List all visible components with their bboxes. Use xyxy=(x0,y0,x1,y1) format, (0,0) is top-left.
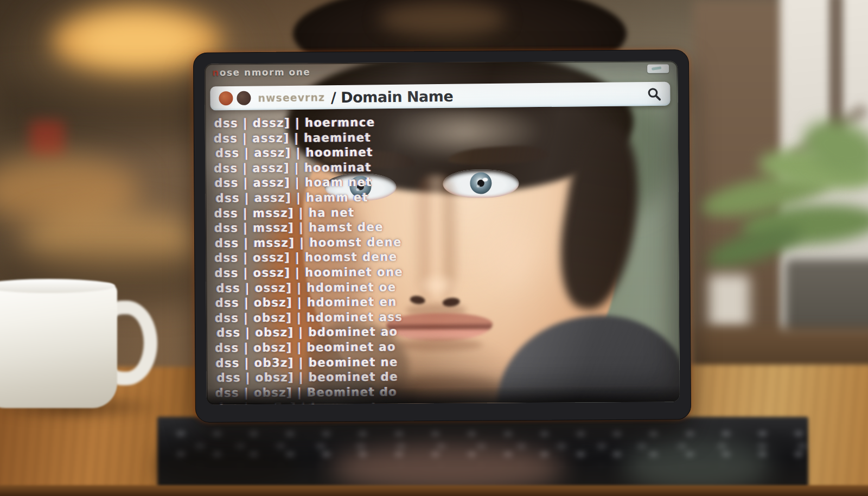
coffee-mug xyxy=(0,283,117,408)
shelf-red-item xyxy=(30,120,65,156)
laptop-screen: nose nmorm one nwseevrnz / Domain Name d… xyxy=(205,61,680,404)
window-button-orange[interactable] xyxy=(219,91,233,105)
scene: nose nmorm one nwseevrnz / Domain Name d… xyxy=(0,0,868,496)
url-prefix-text: nwseevrnz xyxy=(258,91,325,104)
results-list: dss | dssz] | hoermnce dss | assz] | hae… xyxy=(214,114,552,405)
browser-window-title: nose nmorm one xyxy=(212,66,310,78)
laptop: nose nmorm one nwseevrnz / Domain Name d… xyxy=(193,49,691,423)
deck-reflection xyxy=(624,438,770,493)
hair-highlight xyxy=(379,2,506,36)
search-icon[interactable] xyxy=(647,86,661,101)
desk-front-edge xyxy=(0,485,868,496)
search-bar[interactable]: nwseevrnz / Domain Name xyxy=(210,82,670,111)
browser-tab-pill[interactable] xyxy=(647,64,669,73)
window-button-brown[interactable] xyxy=(237,91,251,105)
search-query-text: / Domain Name xyxy=(331,87,454,105)
deck-shadow xyxy=(157,438,298,493)
laptop-keyboard-deck xyxy=(157,417,808,492)
plant-pot xyxy=(786,259,868,336)
windowsill-item xyxy=(709,275,750,328)
screen-bottom-shade xyxy=(207,385,680,404)
